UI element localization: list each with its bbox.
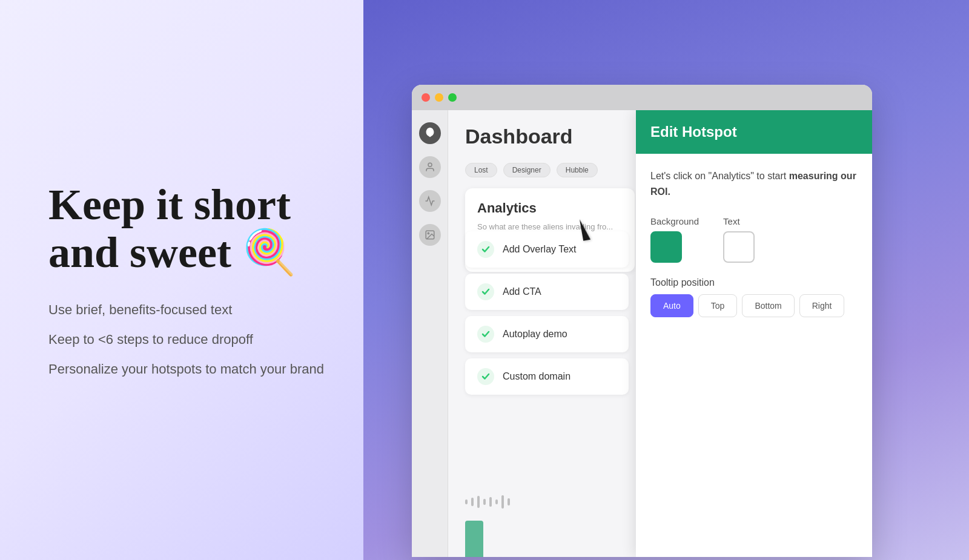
wave-bar-4 [483,499,486,505]
wave-bar-5 [489,497,492,507]
wave-bar-6 [495,499,498,504]
headline-line2: and sweet [48,228,231,277]
color-section: Background Text [650,216,858,263]
tooltip-btn-top[interactable]: Top [698,294,738,317]
edit-hotspot-title: Edit Hotspot [650,124,858,140]
sidebar-image-icon[interactable] [419,224,441,246]
waveform-row [465,495,510,509]
checkbox-autoplay[interactable]: Autoplay demo [465,316,629,352]
text-color-swatch[interactable] [723,231,755,263]
checkbox-label-2: Add CTA [503,286,541,297]
tag-designer[interactable]: Designer [503,163,551,177]
minimize-button-icon[interactable] [435,93,443,102]
checkbox-overlay-text[interactable]: Add Overlay Text [465,231,629,268]
checkbox-label-3: Autoplay demo [503,329,567,340]
tag-lost[interactable]: Lost [465,163,497,177]
checkbox-label-1: Add Overlay Text [503,244,577,255]
wave-bar-8 [508,498,510,506]
hotspot-description: Let's click on "Analytics" to start meas… [650,168,858,199]
edit-hotspot-body: Let's click on "Analytics" to start meas… [636,154,872,332]
wave-bar-7 [501,495,504,509]
check-icon-2 [477,283,494,300]
tooltip-btn-bottom[interactable]: Bottom [742,294,794,317]
bullet-1: Use brief, benefits-focused text [48,301,327,320]
svg-point-0 [428,163,432,166]
app-sidebar [412,110,448,557]
description-before: Let's click on "Analytics" to start [650,171,789,181]
check-icon-3 [477,326,494,343]
wave-bar-1 [465,499,468,504]
browser-window: Dashboard Lost Designer Hubble Project A… [412,85,872,557]
bullet-3: Personalize your hotspots to match your … [48,360,327,379]
green-accent-strip [465,521,483,557]
checkbox-label-4: Custom domain [503,371,570,382]
sidebar-user-icon[interactable] [419,156,441,178]
check-icon-4 [477,368,494,385]
headline-line1: Keep it short [48,180,291,229]
tooltip-position-label: Tooltip position [650,277,858,288]
browser-content: Dashboard Lost Designer Hubble Project A… [412,110,872,557]
maximize-button-icon[interactable] [448,93,457,102]
headline: Keep it short and sweet 🍭 [48,181,327,277]
check-icon-1 [477,241,494,258]
headline-emoji: 🍭 [242,228,297,277]
tag-hubble[interactable]: Hubble [557,163,598,177]
text-color-group: Text [723,216,755,263]
browser-titlebar [412,85,872,110]
color-row: Background Text [650,216,858,263]
sidebar-chart-icon[interactable] [419,190,441,212]
tooltip-btn-auto[interactable]: Auto [650,294,693,317]
sidebar-logo-icon[interactable] [419,122,441,144]
close-button-icon[interactable] [422,93,430,102]
text-color-label: Text [723,216,755,226]
tooltip-buttons: Auto Top Bottom Right [650,294,858,317]
right-panel: Dashboard Lost Designer Hubble Project A… [375,0,969,560]
checkbox-add-cta[interactable]: Add CTA [465,274,629,310]
tooltip-btn-right[interactable]: Right [799,294,845,317]
svg-point-2 [428,232,429,234]
background-color-label: Background [650,216,699,226]
bullet-list: Use brief, benefits-focused text Keep to… [48,301,327,378]
tooltip-section: Tooltip position Auto Top Bottom Right [650,277,858,317]
checkboxes-panel: Add Overlay Text Add CTA [465,231,629,395]
app-main: Dashboard Lost Designer Hubble Project A… [448,110,872,557]
left-panel: Keep it short and sweet 🍭 Use brief, ben… [0,145,375,415]
background-color-group: Background [650,216,699,263]
edit-hotspot-header: Edit Hotspot [636,110,872,154]
checkbox-custom-domain[interactable]: Custom domain [465,358,629,395]
analytics-card-title: Analytics [477,200,623,216]
bullet-2: Keep to <6 steps to reduce dropoff [48,331,327,349]
wave-bar-3 [477,496,480,508]
background-color-swatch[interactable] [650,231,682,263]
edit-hotspot-panel: Edit Hotspot Let's click on "Analytics" … [636,110,872,557]
wave-bar-2 [471,498,474,506]
